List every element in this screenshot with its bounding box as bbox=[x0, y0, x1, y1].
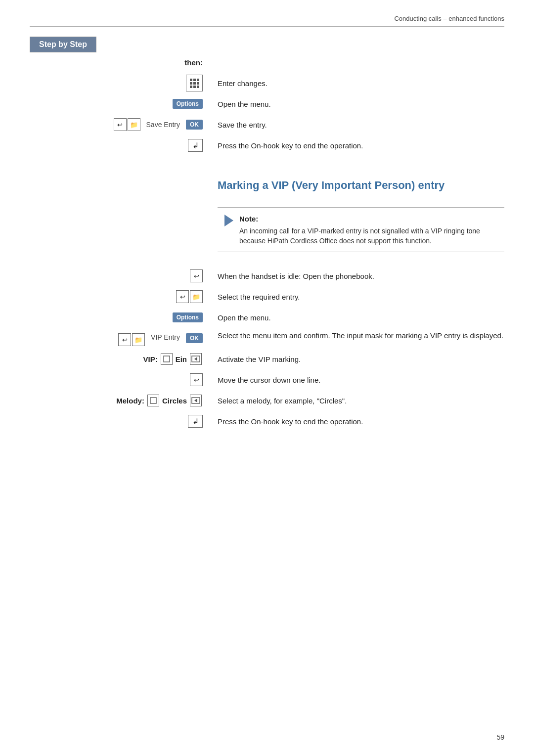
cursor-down-desc: Move the cursor down one line. bbox=[218, 376, 320, 384]
circles-label: Circles bbox=[162, 397, 187, 405]
open-phonebook-desc: When the handset is idle: Open the phone… bbox=[218, 272, 374, 280]
vip-left-icon bbox=[163, 356, 170, 362]
onhook-row-2: ↲ Press the On-hook key to end the opera… bbox=[30, 411, 504, 431]
then-label: then: bbox=[184, 58, 203, 67]
then-row: then: bbox=[30, 52, 504, 72]
onhook-desc-1: Press the On-hook key to end the operati… bbox=[218, 141, 363, 150]
melody-left-icon bbox=[150, 397, 157, 404]
vip-square-left bbox=[161, 353, 173, 365]
vip-square-right bbox=[190, 353, 202, 365]
vip-entry-desc: Select the menu item and confirm. The in… bbox=[218, 331, 503, 340]
vip-ein-text: Activate the VIP marking. bbox=[213, 354, 504, 364]
enter-changes-desc: Enter changes. bbox=[218, 79, 267, 88]
page-number: 59 bbox=[496, 733, 504, 741]
save-entry-label: Save Entry bbox=[146, 121, 180, 129]
ok-button-2[interactable]: OK bbox=[186, 333, 203, 343]
step-by-step-box: Step by Step bbox=[30, 37, 96, 52]
melody-row: Melody: Circles Select a melody, for exa… bbox=[30, 391, 504, 410]
note-box: Note: An incoming call for a VIP-marked … bbox=[218, 207, 504, 253]
open-phonebook-row: ↩ When the handset is idle: Open the pho… bbox=[30, 266, 504, 286]
save-entry-row: ↩ 📁 Save Entry OK Save the entry. bbox=[30, 115, 504, 134]
keypad-icon bbox=[186, 75, 203, 91]
enter-changes-left bbox=[30, 75, 213, 91]
nav-icon-left-1: ↩ bbox=[114, 118, 127, 131]
save-entry-left: ↩ 📁 Save Entry OK bbox=[30, 118, 213, 131]
vip-right-icon bbox=[191, 356, 200, 362]
onhook-text-1: Press the On-hook key to end the operati… bbox=[213, 140, 504, 151]
keypad-grid bbox=[190, 79, 199, 88]
vip-label: VIP: bbox=[143, 355, 157, 363]
options-button-2[interactable]: Options bbox=[173, 312, 203, 322]
save-entry-text: Save the entry. bbox=[213, 120, 504, 130]
options-button-1[interactable]: Options bbox=[173, 99, 203, 109]
page-number-value: 59 bbox=[496, 733, 504, 741]
note-right: Note: An incoming call for a VIP-marked … bbox=[213, 202, 504, 262]
phone-icon-single-2: ↩ bbox=[190, 373, 203, 386]
vip-ein-row: VIP: Ein Activate the VIP marking. bbox=[30, 349, 504, 369]
note-row: Note: An incoming call for a VIP-marked … bbox=[30, 202, 504, 262]
onhook-icon-2: ↲ bbox=[188, 415, 203, 428]
onhook-row-1: ↲ Press the On-hook key to end the opera… bbox=[30, 135, 504, 155]
svg-rect-3 bbox=[150, 398, 156, 403]
main-layout: then: Enter changes. bbox=[30, 52, 504, 432]
options-left-2: Options bbox=[30, 312, 213, 322]
onhook-left-2: ↲ bbox=[30, 415, 213, 428]
ein-label: Ein bbox=[176, 355, 187, 363]
nav-icon-right-1: 📁 bbox=[128, 118, 140, 131]
onhook-left-1: ↲ bbox=[30, 139, 213, 152]
open-phonebook-left: ↩ bbox=[30, 269, 213, 282]
nav-icon-right-2: 📁 bbox=[190, 290, 203, 303]
melody-text: Select a melody, for example, "Circles". bbox=[213, 396, 504, 406]
phone-icon-single-1: ↩ bbox=[190, 269, 203, 282]
vip-entry-row: ↩ 📁 VIP Entry OK Select the menu item an… bbox=[30, 328, 504, 348]
vip-entry-text: Select the menu item and confirm. The in… bbox=[213, 330, 504, 341]
select-entry-desc: Select the required entry. bbox=[218, 293, 300, 301]
note-text: An incoming call for a VIP-marked entry … bbox=[239, 226, 497, 246]
header-title: Conducting calls – enhanced functions bbox=[394, 15, 504, 22]
page-header: Conducting calls – enhanced functions bbox=[30, 15, 504, 27]
page-container: Conducting calls – enhanced functions St… bbox=[0, 0, 534, 756]
vip-entry-label: VIP Entry bbox=[151, 333, 180, 341]
open-menu-desc-1: Open the menu. bbox=[218, 100, 271, 108]
vip-heading-right: Marking a VIP (Very Important Person) en… bbox=[213, 161, 504, 201]
options-row-2: Options Open the menu. bbox=[30, 308, 504, 327]
onhook-icon-1: ↲ bbox=[188, 139, 203, 152]
melody-right-icon bbox=[191, 397, 200, 404]
vip-entry-left: ↩ 📁 VIP Entry OK bbox=[30, 330, 213, 346]
select-entry-row: ↩ 📁 Select the required entry. bbox=[30, 287, 504, 307]
melody-left: Melody: Circles bbox=[30, 395, 213, 406]
options-left-1: Options bbox=[30, 99, 213, 109]
select-entry-left: ↩ 📁 bbox=[30, 290, 213, 303]
melody-square-right bbox=[190, 395, 202, 406]
svg-rect-0 bbox=[164, 356, 170, 362]
svg-marker-5 bbox=[194, 399, 197, 402]
cursor-down-text: Move the cursor down one line. bbox=[213, 375, 504, 385]
melody-desc: Select a melody, for example, "Circles". bbox=[218, 397, 347, 405]
melody-square-left bbox=[147, 395, 159, 406]
cursor-down-left: ↩ bbox=[30, 373, 213, 386]
note-content: Note: An incoming call for a VIP-marked … bbox=[239, 214, 497, 246]
stepbox-label: Step by Step bbox=[39, 40, 87, 48]
options-text-1: Open the menu. bbox=[213, 99, 504, 109]
nav-icon-left-2: ↩ bbox=[176, 290, 189, 303]
enter-changes-row: Enter changes. bbox=[30, 73, 504, 93]
vip-ein-desc: Activate the VIP marking. bbox=[218, 355, 301, 363]
note-arrow-icon bbox=[224, 215, 233, 226]
then-left: then: bbox=[30, 58, 213, 67]
melody-label: Melody: bbox=[116, 397, 144, 405]
options-row-1: Options Open the menu. bbox=[30, 94, 504, 114]
vip-ein-left: VIP: Ein bbox=[30, 353, 213, 365]
onhook-desc-2: Press the On-hook key to end the operati… bbox=[218, 417, 363, 426]
open-menu-desc-2: Open the menu. bbox=[218, 313, 271, 322]
note-label: Note: bbox=[239, 214, 497, 224]
ok-button-1[interactable]: OK bbox=[186, 120, 203, 130]
cursor-down-row: ↩ Move the cursor down one line. bbox=[30, 370, 504, 390]
open-phonebook-text: When the handset is idle: Open the phone… bbox=[213, 271, 504, 281]
svg-marker-2 bbox=[194, 357, 197, 361]
vip-section-heading: Marking a VIP (Very Important Person) en… bbox=[218, 173, 504, 193]
select-entry-text: Select the required entry. bbox=[213, 292, 504, 302]
nav-icon-left-3: ↩ bbox=[118, 333, 131, 346]
options-text-2: Open the menu. bbox=[213, 312, 504, 323]
save-entry-desc: Save the entry. bbox=[218, 121, 267, 129]
onhook-text-2: Press the On-hook key to end the operati… bbox=[213, 416, 504, 427]
